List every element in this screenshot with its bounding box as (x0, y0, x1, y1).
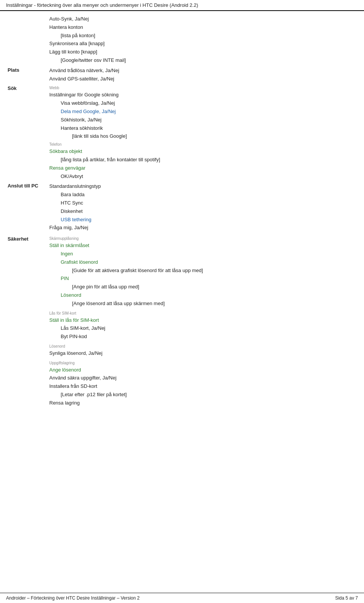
list-item: [Google/twitter osv INTE mail] (49, 57, 356, 65)
section-body-top: Auto-Synk, Ja/Nej Hantera konton [lista … (49, 15, 356, 65)
list-item: [Ange lösenord att låsa upp skärmen med] (49, 300, 356, 308)
section-body-sakerhet: Skärmupplåsning Ställ in skärmlåset Inge… (49, 235, 356, 408)
main-content: Auto-Synk, Ja/Nej Hantera konton [lista … (0, 11, 364, 593)
list-item: [länk till sida hos Google] (49, 132, 356, 140)
list-item: Använd trådlösa nätverk, Ja/Nej (49, 67, 356, 75)
losenord-sublabel: Lösenord (49, 344, 356, 349)
page-footer: Androider – Förteckning över HTC Desire … (0, 593, 364, 603)
footer-right: Sida 5 av 7 (335, 595, 358, 601)
list-item: PIN (49, 275, 356, 283)
list-item: Lås SIM-kort, Ja/Nej (49, 324, 356, 332)
list-item: [lång lista på artiklar, från kontakter … (49, 156, 356, 164)
section-body-sok: Webb Inställningar för Google sökning Vi… (49, 85, 356, 181)
list-item: [Guide för att aktivera grafiskt lösenor… (49, 267, 356, 275)
list-item: Hantera konton (49, 24, 356, 31)
list-item-usb-tethering: USB tethering (49, 216, 356, 224)
list-item: Fråga mig, Ja/Nej (49, 224, 356, 232)
section-body-anslut: Standardanslutningstyp Bara ladda HTC Sy… (49, 182, 356, 232)
telefon-sublabel: Telefon (49, 142, 356, 147)
list-item: Inställningar för Google sökning (49, 91, 356, 99)
list-item: Rensa genvägar (49, 164, 356, 172)
section-label-anslut: Anslut till PC (8, 182, 49, 232)
list-item: Standardanslutningstyp (49, 183, 356, 191)
las-simkort-sublabel: Lås för SIM-kort (49, 311, 356, 316)
list-item: [Letar efter .p12 filer på kortet] (49, 391, 356, 399)
list-item: HTC Sync (49, 199, 356, 207)
section-sakerhet: Säkerhet Skärmupplåsning Ställ in skärml… (8, 235, 356, 408)
uppgiftslagring-sublabel: Uppgiftslagring (49, 361, 356, 366)
list-item: Installera från SD-kort (49, 383, 356, 390)
list-item: Ställ in lås för SIM-kort (49, 316, 356, 324)
list-item: Diskenhet (49, 208, 356, 216)
list-item: Ange lösenord (49, 366, 356, 374)
list-item: Använd GPS-satelliter, Ja/Nej (49, 75, 356, 83)
list-item: Ställ in skärmlåset (49, 242, 356, 250)
section-plats: Plats Använd trådlösa nätverk, Ja/Nej An… (8, 66, 356, 83)
list-item: Auto-Synk, Ja/Nej (49, 15, 356, 23)
section-sok: Sök Webb Inställningar för Google söknin… (8, 85, 356, 181)
list-item: Visa webbförslag, Ja/Nej (49, 99, 356, 107)
list-item: OK/Avbryt (49, 173, 356, 181)
list-item: Bara ladda (49, 191, 356, 199)
list-item: Synkronisera alla [knapp] (49, 40, 356, 48)
list-item: Sökbara objekt (49, 148, 356, 156)
webb-sublabel: Webb (49, 85, 356, 91)
list-item: Hantera sökhistorik (49, 124, 356, 132)
list-item: Lägg till konto [knapp] (49, 48, 356, 56)
section-label-sakerhet: Säkerhet (8, 235, 49, 408)
list-item: [Ange pin för att låsa upp med] (49, 283, 356, 291)
list-item: Rensa lagring (49, 399, 356, 407)
list-item: Använd säkra uppgifter, Ja/Nej (49, 374, 356, 382)
list-item: Ingen (49, 250, 356, 258)
section-anslut: Anslut till PC Standardanslutningstyp Ba… (8, 182, 356, 232)
page-header: Inställningar - förteckning över alla me… (0, 0, 364, 11)
list-item: Synliga lösenord, Ja/Nej (49, 350, 356, 357)
list-item: Byt PIN-kod (49, 333, 356, 341)
footer-left: Androider – Förteckning över HTC Desire … (6, 595, 140, 601)
list-item: Sökhistorik, Ja/Nej (49, 116, 356, 124)
page-title: Inställningar - förteckning över alla me… (6, 2, 198, 8)
section-body-plats: Använd trådlösa nätverk, Ja/Nej Använd G… (49, 66, 356, 83)
list-item: Grafiskt lösenord (49, 258, 356, 266)
skarmupplasning-sublabel: Skärmupplåsning (49, 236, 356, 241)
list-item: Dela med Google, Ja/Nej (49, 108, 356, 116)
section-label-sok: Sök (8, 85, 49, 181)
section-label-plats: Plats (8, 66, 49, 83)
section-top: Auto-Synk, Ja/Nej Hantera konton [lista … (8, 15, 356, 65)
list-item: [lista på konton] (49, 32, 356, 40)
section-label-empty (8, 15, 49, 65)
list-item: Lösenord (49, 291, 356, 299)
